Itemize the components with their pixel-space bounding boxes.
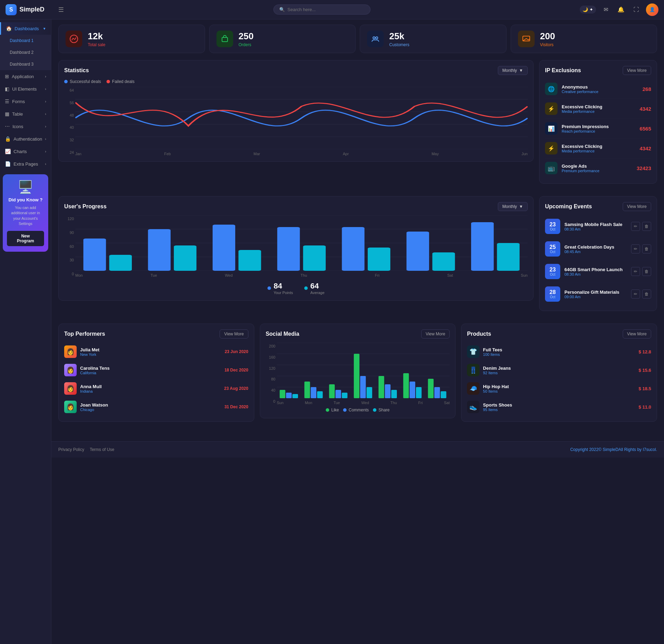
legend-like: Like (331, 408, 339, 412)
product-item-2: 🧢 Hip Hop Hat 50 Items $ 18.5 (467, 379, 651, 398)
products-view-more-button[interactable]: View More (623, 329, 651, 338)
sidebar-item-table[interactable]: ▦ Table › (0, 108, 51, 120)
privacy-policy-link[interactable]: Privacy Policy (58, 447, 84, 452)
event-item-3: 28 Oct Personalize Gift Materials 09:00 … (545, 283, 651, 305)
event-edit-3[interactable]: ✏ (631, 290, 640, 299)
progress-stats: 84 Your Points 64 Average (64, 282, 528, 295)
svg-rect-18 (148, 229, 171, 271)
expand-icon[interactable]: ⛶ (631, 4, 642, 15)
terms-of-use-link[interactable]: Terms of Use (90, 447, 114, 452)
performer-item-0: 👩 Julia Met New York 23 Jun 2020 (64, 343, 248, 361)
bell-icon[interactable]: 🔔 (615, 4, 627, 15)
icons-icon: ⋯ (5, 124, 10, 129)
svg-rect-47 (366, 387, 372, 398)
product-icon-2: 🧢 (467, 382, 479, 395)
progress-monthly-dropdown[interactable]: Monthly ▼ (498, 202, 528, 211)
svg-rect-49 (385, 384, 390, 398)
svg-rect-16 (83, 239, 106, 271)
ip-name-anonymous: Anonymous (562, 84, 638, 90)
sidebar-item-forms[interactable]: ☰ Forms › (0, 95, 51, 108)
svg-rect-29 (497, 243, 520, 271)
event-time-0: 08:30 Am (564, 227, 627, 231)
event-edit-2[interactable]: ✏ (631, 267, 640, 276)
event-day-1: 25 (550, 244, 556, 250)
event-delete-2[interactable]: 🗑 (642, 267, 651, 276)
sidebar-item-dashboard3[interactable]: Dashboard 3 (0, 58, 51, 70)
sidebar-label-application: Application (12, 74, 34, 79)
ip-view-more-button[interactable]: View More (623, 66, 651, 75)
svg-rect-43 (335, 390, 341, 398)
sidebar-item-icons[interactable]: ⋯ Icons › (0, 120, 51, 133)
sidebar-item-dashboards[interactable]: 🏠 Dashboards ▼ (0, 22, 51, 35)
product-name-1: Denim Jeans (483, 366, 635, 371)
social-svg-chart (277, 343, 450, 398)
mail-icon[interactable]: ✉ (600, 4, 611, 15)
event-edit-0[interactable]: ✏ (631, 222, 640, 231)
sidebar-item-dashboard1[interactable]: Dashboard 1 (0, 35, 51, 47)
sidebar-item-application[interactable]: ⊞ Application › (0, 70, 51, 83)
search-icon: 🔍 (279, 7, 285, 12)
chevron-right-icon8: › (45, 162, 46, 166)
svg-point-2 (373, 37, 375, 39)
svg-rect-55 (434, 387, 440, 398)
svg-rect-39 (304, 382, 310, 398)
performer-date-1: 18 Dec 2020 (224, 368, 248, 373)
event-delete-0[interactable]: 🗑 (642, 222, 651, 231)
events-view-more-button[interactable]: View More (623, 202, 651, 211)
ip-item-anonymous: 🌐 Anonymous Creative performance 268 (545, 79, 651, 99)
progress-dropdown-label: Monthly (502, 204, 517, 209)
users-progress-card: User's Progress Monthly ▼ 120 90 60 30 0 (58, 196, 534, 301)
statistics-monthly-dropdown[interactable]: Monthly ▼ (498, 66, 528, 75)
stat-icon-orders (216, 31, 233, 47)
product-price-2: $ 18.5 (639, 386, 651, 391)
search-input[interactable] (288, 7, 365, 12)
sidebar-label-table: Table (12, 111, 23, 117)
performers-view-more-button[interactable]: View More (220, 329, 248, 338)
event-item-2: 23 Oct 64GB Smart Phone Launch 08:30 Am … (545, 260, 651, 283)
event-delete-3[interactable]: 🗑 (642, 290, 651, 299)
svg-rect-21 (238, 250, 261, 271)
ip-name-google: Google Ads (562, 164, 632, 169)
sidebar-label-forms: Forms (12, 99, 25, 104)
sidebar-item-auth[interactable]: 🔒 Authentication › (0, 133, 51, 145)
social-view-more-button[interactable]: View More (421, 329, 450, 338)
legend-failed: Failed deals (112, 79, 135, 84)
upcoming-events-title: Upcoming Events (545, 203, 592, 210)
sidebar-item-charts[interactable]: 📈 Charts › (0, 145, 51, 158)
progress-stat-avg: 64 Average (304, 282, 325, 295)
event-time-3: 09:00 Am (564, 295, 627, 299)
social-media-card: Social Media View More 200 160 120 80 40… (260, 324, 456, 418)
sidebar-label-icons: Icons (12, 124, 23, 129)
sidebar-item-ui-elements[interactable]: ◧ UI Elements › (0, 83, 51, 95)
product-item-3: 👟 Sports Shoes 95 Items $ 11.0 (467, 398, 651, 416)
product-name-3: Sports Shoes (483, 402, 635, 408)
chevron-right-icon: › (45, 75, 46, 78)
event-delete-1[interactable]: 🗑 (642, 244, 651, 253)
ip-sub-excessive2: Media performance (562, 149, 636, 153)
social-media-title: Social Media (266, 331, 299, 337)
svg-rect-40 (310, 387, 316, 398)
ip-name-premium: Premium Impressions (562, 124, 636, 129)
ui-icon: ◧ (5, 86, 9, 92)
event-date-2: 23 Oct (545, 264, 560, 279)
products-title: Products (467, 331, 491, 337)
event-edit-1[interactable]: ✏ (631, 244, 640, 253)
sidebar-item-extra[interactable]: 📄 Extra Pages › (0, 158, 51, 170)
sidebar-item-dashboard2[interactable]: Dashboard 2 (0, 47, 51, 58)
footer-links: Privacy Policy Terms of Use (58, 447, 114, 452)
stat-card-visitors: 200 Visitors (511, 25, 657, 53)
avatar[interactable]: 👤 (646, 3, 658, 16)
promo-button[interactable]: New Program (7, 231, 44, 246)
footer-suffix: All Rights by I7sucol. (619, 447, 657, 452)
performer-avatar-0: 👩 (64, 345, 77, 358)
social-legend: Like Comments Share (266, 408, 450, 412)
x-axis-social: Sun Mon Tue Wed Thu Fri Sat (277, 399, 450, 405)
product-item-1: 👖 Denim Jeans 92 Items $ 15.6 (467, 361, 651, 379)
legend-share: Share (378, 408, 390, 412)
performer-item-3: 👩 Joan Watson Chicago 31 Dec 2020 (64, 398, 248, 416)
logo-text: SimpleD (19, 6, 44, 13)
ip-sub-google: Premium performance (562, 169, 632, 173)
theme-toggle[interactable]: 🌙 ✦ (580, 6, 596, 14)
legend-comments: Comments (349, 408, 369, 412)
hamburger-icon[interactable]: ☰ (58, 6, 64, 14)
